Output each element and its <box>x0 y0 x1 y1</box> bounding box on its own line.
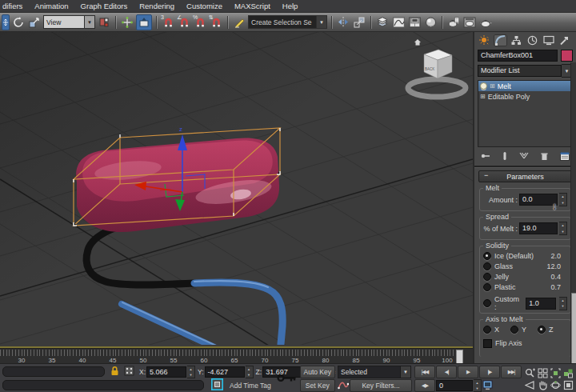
spinner-down-icon[interactable]: ▼ <box>187 372 194 378</box>
zoom-extents-icon[interactable] <box>550 367 562 378</box>
radio-icon[interactable] <box>483 273 491 281</box>
plus-box-icon[interactable]: ⊞ <box>490 83 495 90</box>
menu-customize[interactable]: Customize <box>186 2 222 10</box>
x-coordinate-field[interactable]: 5.066 <box>146 366 186 378</box>
orbit-icon[interactable] <box>550 379 562 390</box>
object-color-swatch[interactable] <box>561 50 573 62</box>
field-of-view-icon[interactable] <box>524 379 536 390</box>
radio-icon[interactable] <box>483 262 491 270</box>
flip-axis-row[interactable]: Flip Axis <box>483 338 567 348</box>
tab-hierarchy[interactable] <box>510 34 523 46</box>
default-in-out-tangent-icon[interactable] <box>338 380 349 391</box>
percent-of-melt-field[interactable]: 19.0 <box>519 222 558 234</box>
y-spinner[interactable]: ▲ ▼ <box>246 366 254 378</box>
spinner-down-icon[interactable]: ▼ <box>246 372 253 378</box>
set-key-button[interactable]: Set Key <box>300 379 336 392</box>
curve-editor-button[interactable] <box>391 15 406 30</box>
chevron-down-icon[interactable]: ▼ <box>316 16 326 28</box>
previous-frame-button[interactable]: ◀| <box>436 366 457 378</box>
key-filters-button[interactable]: Key Filters... <box>350 379 412 392</box>
named-selection-dropdown[interactable]: Create Selection Se ▼ <box>248 15 327 29</box>
isolate-selection-icon[interactable] <box>211 378 223 392</box>
spinner-down-icon[interactable]: ▼ <box>559 229 566 235</box>
auto-key-button[interactable]: Auto Key <box>300 366 336 378</box>
select-scale-button[interactable] <box>27 15 42 30</box>
collapse-icon[interactable]: − <box>484 171 488 179</box>
perspective-viewport[interactable]: z BACK <box>0 32 473 348</box>
snap-toggle-3d-button[interactable]: 3 <box>161 15 175 30</box>
keyboard-shortcut-override-button[interactable] <box>136 14 152 30</box>
menu-graph-editors[interactable]: Graph Editors <box>81 2 128 10</box>
spinner-snap-button[interactable]: ⇅ <box>209 15 223 30</box>
select-move-button[interactable] <box>2 14 10 30</box>
solidity-option-custom[interactable]: Custom : 1.0 ▲ ▼ <box>483 298 567 308</box>
plus-box-icon[interactable]: ⊞ <box>480 94 486 100</box>
modifier-list-dropdown[interactable]: Modifier List <box>478 65 562 77</box>
spinner-up-icon[interactable]: ▲ <box>474 380 481 386</box>
radio-icon[interactable] <box>483 299 491 307</box>
panel-scrollbar-thumb[interactable] <box>571 293 576 365</box>
key-mode-toggle-button[interactable]: ◀▶ <box>414 379 435 392</box>
menu-modifiers[interactable]: difiers <box>2 2 22 10</box>
current-frame-field[interactable]: 0 <box>436 380 473 391</box>
spinner-up-icon[interactable]: ▲ <box>559 194 566 200</box>
zoom-extents-all-icon[interactable] <box>562 367 574 378</box>
remove-modifier-button[interactable] <box>541 152 548 162</box>
play-animation-button[interactable]: ▶ <box>458 366 478 378</box>
tab-create[interactable] <box>478 34 491 46</box>
parameters-rollout-header[interactable]: − Parameters <box>478 170 572 182</box>
melt-amount-spinner[interactable]: ▲ ▼ <box>559 193 567 206</box>
spinner-down-icon[interactable]: ▼ <box>559 303 566 310</box>
make-unique-button[interactable] <box>519 152 529 162</box>
pan-hand-icon[interactable] <box>537 379 549 390</box>
edit-named-selections-button[interactable] <box>232 15 246 30</box>
lock-selection-icon[interactable] <box>110 366 119 378</box>
spinner-up-icon[interactable]: ▲ <box>559 298 566 304</box>
use-pivot-center-button[interactable] <box>97 15 111 30</box>
x-spinner[interactable]: ▲ ▼ <box>187 366 195 378</box>
spinner-up-icon[interactable]: ▲ <box>246 366 253 372</box>
object-name-field[interactable]: ChamferBox001 <box>478 50 558 62</box>
time-configuration-icon[interactable] <box>482 380 493 392</box>
axis-y-radio[interactable] <box>510 326 518 334</box>
chevron-down-icon[interactable]: ▼ <box>84 16 94 28</box>
select-rotate-button[interactable] <box>11 15 26 30</box>
next-frame-button[interactable]: |▶ <box>479 366 500 378</box>
go-to-end-button[interactable]: ▶▶| <box>501 366 522 378</box>
modifier-stack-item-editable-poly[interactable]: ⊞ Editable Poly <box>478 91 572 102</box>
schematic-view-button[interactable] <box>407 15 422 30</box>
maximize-viewport-icon[interactable] <box>562 379 574 390</box>
angle-snap-button[interactable]: ∠ <box>177 15 191 30</box>
tab-motion[interactable] <box>526 34 539 46</box>
radio-icon[interactable] <box>483 252 491 260</box>
zoom-tool-icon[interactable] <box>524 367 536 378</box>
material-editor-button[interactable] <box>423 15 438 30</box>
configure-modifier-sets-button[interactable] <box>560 152 570 162</box>
menu-maxscript[interactable]: MAXScript <box>234 2 270 10</box>
layer-manager-button[interactable] <box>375 15 390 30</box>
y-coordinate-field[interactable]: -4.627 <box>205 366 245 378</box>
spinner-down-icon[interactable]: ▼ <box>474 386 481 391</box>
custom-solidity-field[interactable]: 1.0 <box>526 298 556 310</box>
solidity-option-ice[interactable]: Ice (Default) 2.0 <box>483 251 567 261</box>
frame-spinner[interactable]: ▲ ▼ <box>474 379 482 392</box>
align-button[interactable] <box>352 15 366 30</box>
chevron-down-icon[interactable]: ▼ <box>400 366 410 378</box>
spinner-up-icon[interactable]: ▲ <box>187 366 194 372</box>
show-end-result-button[interactable] <box>502 151 507 162</box>
rendered-frame-window-button[interactable] <box>462 15 477 30</box>
axis-x-radio[interactable] <box>483 326 491 334</box>
reference-coordinate-dropdown[interactable]: View ▼ <box>43 15 95 29</box>
maxscript-mini-listener[interactable] <box>2 380 204 390</box>
select-manipulate-button[interactable] <box>120 15 134 30</box>
pin-stack-button[interactable] <box>481 152 490 162</box>
tab-utilities[interactable] <box>558 34 571 46</box>
menu-animation[interactable]: Animation <box>34 2 68 10</box>
spinner-up-icon[interactable]: ▲ <box>559 222 566 229</box>
panel-scrollbar[interactable] <box>570 62 576 365</box>
mirror-button[interactable] <box>336 15 350 30</box>
custom-solidity-spinner[interactable]: ▲ ▼ <box>559 297 567 310</box>
add-time-tag-label[interactable]: Add Time Tag <box>230 382 271 390</box>
zoom-all-icon[interactable] <box>537 367 549 378</box>
modifier-stack-item-melt[interactable]: ⊞ Melt <box>478 81 572 91</box>
